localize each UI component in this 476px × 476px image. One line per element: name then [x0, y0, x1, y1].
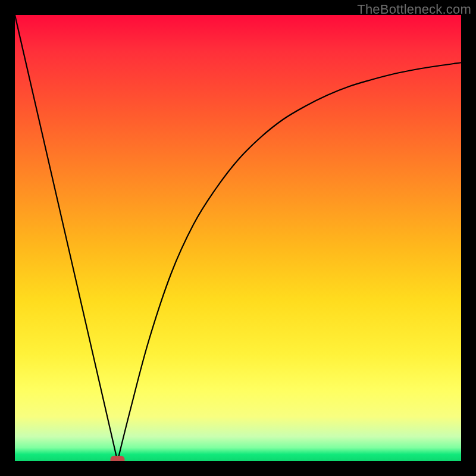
curve-right — [118, 62, 462, 461]
plot-area — [15, 15, 461, 461]
chart-frame: TheBottleneck.com — [0, 0, 476, 476]
chart-svg — [15, 15, 461, 461]
minimum-marker — [111, 456, 125, 461]
curve-left — [15, 15, 118, 461]
